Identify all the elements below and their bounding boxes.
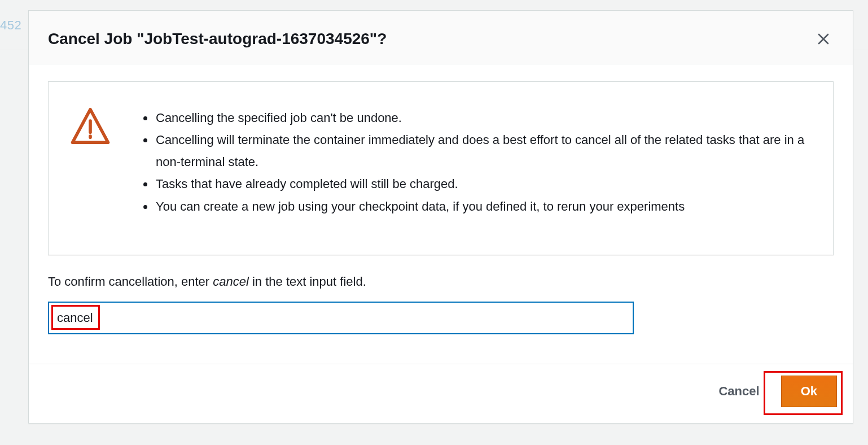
warning-item: You can create a new job using your chec… bbox=[155, 195, 810, 217]
close-icon bbox=[817, 32, 830, 46]
confirm-input[interactable] bbox=[48, 302, 634, 334]
warning-box: Cancelling the specified job can't be un… bbox=[48, 81, 834, 255]
page-background: 452 Cancel Job "JobTest-autograd-1637034… bbox=[0, 0, 868, 445]
background-truncated-number: 452 bbox=[0, 18, 21, 33]
warning-item: Cancelling the specified job can't be un… bbox=[155, 107, 810, 129]
confirm-prompt: To confirm cancellation, enter cancel in… bbox=[48, 274, 834, 289]
confirm-prompt-prefix: To confirm cancellation, enter bbox=[48, 274, 213, 289]
cancel-button[interactable]: Cancel bbox=[708, 378, 769, 404]
modal-header: Cancel Job "JobTest-autograd-1637034526"… bbox=[29, 11, 853, 64]
warning-item: Tasks that have already completed will s… bbox=[155, 173, 810, 195]
cancel-job-modal: Cancel Job "JobTest-autograd-1637034526"… bbox=[28, 10, 853, 424]
confirm-input-wrap bbox=[48, 302, 834, 334]
modal-body: Cancelling the specified job can't be un… bbox=[29, 64, 853, 364]
confirm-prompt-keyword: cancel bbox=[213, 274, 249, 289]
modal-footer: Cancel Ok bbox=[29, 364, 853, 423]
warning-item: Cancelling will terminate the container … bbox=[155, 129, 810, 173]
close-button[interactable] bbox=[813, 29, 834, 49]
modal-title: Cancel Job "JobTest-autograd-1637034526"… bbox=[48, 29, 387, 49]
confirm-prompt-suffix: in the text input field. bbox=[249, 274, 366, 289]
warning-icon bbox=[70, 106, 111, 149]
ok-button[interactable]: Ok bbox=[781, 376, 837, 407]
warning-list: Cancelling the specified job can't be un… bbox=[141, 107, 810, 217]
